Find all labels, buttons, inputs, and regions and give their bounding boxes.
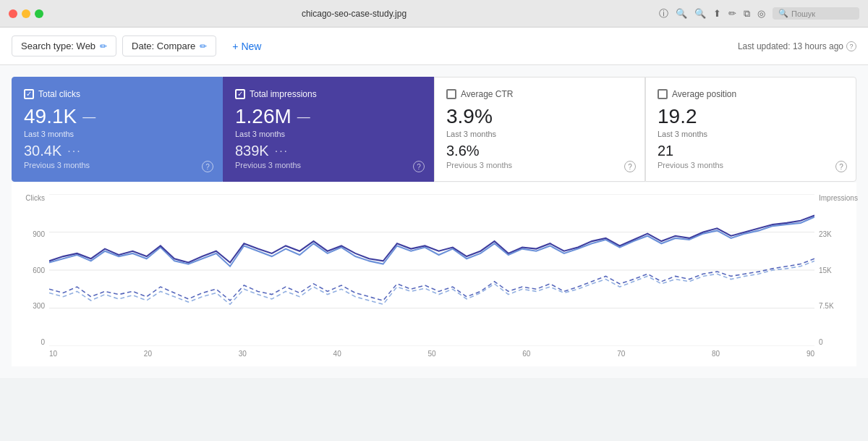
x-axis: 10 20 30 40 50 60 70 80 90	[49, 346, 814, 361]
minimize-button[interactable]	[22, 9, 30, 18]
y-right-7k: 7.5K	[819, 302, 834, 310]
y-left-900: 900	[33, 230, 45, 238]
y-right-0: 0	[819, 338, 823, 346]
metric-card-average-ctr[interactable]: Average CTR 3.9% Last 3 months 3.6% Prev…	[434, 77, 645, 182]
last-updated: Last updated: 13 hours ago ?	[738, 41, 856, 51]
impressions-current-line	[49, 215, 814, 262]
total-impressions-period: Last 3 months	[235, 130, 422, 138]
last-updated-help-icon[interactable]: ?	[846, 41, 856, 51]
total-impressions-prev-period: Previous 3 months	[235, 161, 422, 169]
search-placeholder: Пошук	[791, 9, 815, 18]
date-label: Date: Compare	[132, 41, 195, 51]
chart-svg	[49, 194, 814, 346]
average-position-value: 19.2	[658, 105, 844, 128]
average-position-title: Average position	[672, 89, 736, 99]
total-clicks-period: Last 3 months	[24, 130, 210, 138]
average-ctr-prev-period: Previous 3 months	[446, 161, 633, 169]
total-clicks-prev-period: Previous 3 months	[24, 161, 210, 169]
traffic-lights	[9, 9, 43, 18]
x-label-20: 20	[144, 350, 152, 358]
y-left-label-clicks: Clicks	[25, 194, 45, 202]
share-icon[interactable]: ⬆	[713, 8, 721, 19]
total-impressions-more-icon[interactable]: ···	[275, 145, 289, 158]
total-clicks-dash: —	[82, 109, 95, 125]
zoom-in-icon[interactable]: 🔍	[694, 8, 706, 19]
x-label-60: 60	[522, 350, 530, 358]
x-label-30: 30	[239, 350, 247, 358]
x-label-10: 10	[49, 350, 57, 358]
edit-icon[interactable]: ✏	[728, 8, 736, 19]
last-updated-text: Last updated: 13 hours ago	[738, 41, 843, 51]
total-clicks-value: 49.1K —	[24, 105, 210, 128]
account-icon[interactable]: ◎	[757, 8, 765, 19]
total-clicks-more-icon[interactable]: ···	[67, 145, 81, 158]
metrics-row: Total clicks 49.1K — Last 3 months 30.4K…	[12, 77, 856, 182]
total-impressions-checkbox[interactable]	[235, 89, 245, 99]
average-position-checkbox[interactable]	[658, 89, 668, 99]
plus-icon: +	[232, 41, 238, 52]
total-clicks-checkbox[interactable]	[24, 89, 34, 99]
x-label-80: 80	[712, 350, 720, 358]
close-button[interactable]	[9, 9, 17, 18]
total-clicks-help-icon[interactable]: ?	[202, 161, 213, 172]
zoom-out-icon[interactable]: 🔍	[676, 8, 687, 19]
toolbar: Search type: Web ✏ Date: Compare ✏ + New…	[0, 28, 868, 65]
metric-card-total-impressions[interactable]: Total impressions 1.26M — Last 3 months …	[223, 77, 434, 182]
y-axis-right: Impressions 23K 15K 7.5K 0	[814, 194, 845, 346]
average-ctr-checkbox[interactable]	[446, 89, 456, 99]
window-title: chicago-seo-case-study.jpg	[55, 9, 653, 19]
total-clicks-prev: 30.4K ···	[24, 143, 210, 159]
clicks-current-line	[49, 217, 814, 266]
y-right-15k: 15K	[819, 266, 832, 274]
search-box[interactable]: 🔍 Пошук	[773, 7, 859, 20]
metric-card-total-clicks[interactable]: Total clicks 49.1K — Last 3 months 30.4K…	[12, 77, 223, 182]
search-type-label: Search type: Web	[21, 41, 95, 51]
average-ctr-prev: 3.6%	[446, 143, 633, 159]
chart-svg-wrapper	[49, 194, 814, 346]
duplicate-icon[interactable]: ⧉	[744, 8, 750, 20]
y-left-0: 0	[41, 338, 45, 346]
y-left-300: 300	[33, 302, 45, 310]
titlebar-actions: ⓘ 🔍 🔍 ⬆ ✏ ⧉ ◎ 🔍 Пошук	[659, 7, 859, 20]
y-right-23k: 23K	[819, 230, 832, 238]
x-label-70: 70	[617, 350, 625, 358]
search-type-edit-icon: ✏	[100, 41, 107, 51]
impressions-previous-line	[49, 259, 814, 301]
chart-container: Clicks 900 600 300 0 Impressions 23K 15K…	[23, 194, 845, 361]
average-position-help-icon[interactable]: ?	[835, 161, 847, 172]
total-impressions-title: Total impressions	[250, 89, 317, 99]
toolbar-filters: Search type: Web ✏ Date: Compare ✏ + New	[12, 35, 271, 56]
date-edit-icon: ✏	[200, 41, 207, 51]
total-impressions-help-icon[interactable]: ?	[413, 161, 425, 172]
average-ctr-period: Last 3 months	[446, 130, 633, 138]
average-ctr-value: 3.9%	[446, 105, 633, 128]
x-label-50: 50	[427, 350, 435, 358]
average-ctr-help-icon[interactable]: ?	[624, 161, 636, 172]
total-impressions-value: 1.26M —	[235, 105, 422, 128]
new-button[interactable]: + New	[222, 36, 271, 56]
search-type-button[interactable]: Search type: Web ✏	[12, 35, 116, 56]
info-icon[interactable]: ⓘ	[659, 7, 668, 20]
titlebar: chicago-seo-case-study.jpg ⓘ 🔍 🔍 ⬆ ✏ ⧉ ◎…	[0, 0, 868, 28]
new-label: New	[241, 41, 261, 52]
chart-area: Clicks 900 600 300 0 Impressions 23K 15K…	[12, 182, 856, 366]
total-impressions-dash: —	[297, 109, 310, 125]
average-position-prev: 21	[658, 143, 844, 159]
y-axis-left: Clicks 900 600 300 0	[23, 194, 49, 346]
total-clicks-title: Total clicks	[38, 89, 80, 99]
average-position-prev-period: Previous 3 months	[658, 161, 844, 169]
x-label-40: 40	[333, 350, 341, 358]
y-right-label-impressions: Impressions	[819, 194, 858, 202]
y-left-600: 600	[33, 266, 45, 274]
date-compare-button[interactable]: Date: Compare ✏	[122, 35, 216, 56]
main-content: Total clicks 49.1K — Last 3 months 30.4K…	[0, 65, 868, 378]
maximize-button[interactable]	[35, 9, 43, 18]
total-impressions-prev: 839K ···	[235, 143, 422, 159]
average-position-period: Last 3 months	[658, 130, 844, 138]
average-ctr-title: Average CTR	[461, 89, 513, 99]
x-label-90: 90	[807, 350, 814, 358]
clicks-previous-line	[49, 261, 814, 304]
metric-card-average-position[interactable]: Average position 19.2 Last 3 months 21 P…	[645, 77, 856, 182]
search-icon: 🔍	[778, 9, 788, 18]
